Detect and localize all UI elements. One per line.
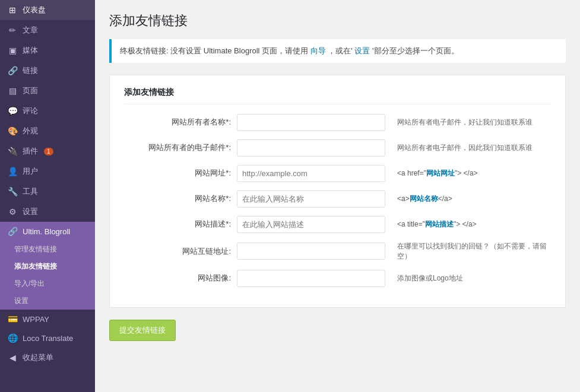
sidebar-subitem-manage[interactable]: 管理友情链接 [0, 241, 95, 258]
sidebar-item-appearance[interactable]: 🎨 外观 [0, 121, 95, 141]
form-row-owner-name: 网站所有者名称*: 网站所有者电子邮件，好让我们知道联系谁 [124, 114, 551, 131]
pages-icon: ▤ [7, 86, 18, 95]
sidebar-item-collapse[interactable]: ◀ 收起菜单 [0, 348, 95, 368]
users-icon: 👤 [7, 167, 18, 176]
tools-icon: 🔧 [7, 187, 18, 196]
page-title: 添加友情链接 [109, 12, 566, 30]
comments-icon: 💬 [7, 106, 18, 116]
loco-icon: 🌐 [7, 333, 18, 343]
input-site-name[interactable] [237, 190, 385, 208]
input-site-desc[interactable] [237, 216, 385, 233]
notice-middle: ，或在' [328, 46, 352, 55]
manage-label: 管理友情链接 [14, 244, 57, 254]
input-site-image[interactable] [237, 270, 385, 287]
hint-reciprocal-url: 在哪里可以找到我们的回链？（如不需要，请留空） [391, 241, 551, 262]
notice-link-settings[interactable]: 设置 [354, 46, 370, 55]
dashboard-icon: ⊞ [7, 5, 18, 15]
input-owner-name[interactable] [237, 114, 385, 131]
sidebar-item-label: 设置 [23, 206, 38, 217]
input-reciprocal-url[interactable] [237, 243, 385, 260]
sidebar-item-label: 用户 [23, 166, 38, 177]
label-site-url: 网站网址*: [124, 168, 231, 179]
sidebar-subitem-settings[interactable]: 设置 [0, 292, 95, 310]
sidebar-subitem-add[interactable]: 添加友情链接 [0, 258, 95, 275]
sidebar-item-wppay[interactable]: 💳 WPPAY [0, 310, 95, 329]
label-site-image: 网站图像: [124, 273, 231, 283]
form-row-site-name: 网站名称*: <a>网站名称</a> [124, 190, 551, 208]
label-site-name: 网站名称*: [124, 193, 231, 204]
label-reciprocal-url: 网站互链地址: [124, 246, 231, 257]
blogroll-icon: 🔗 [7, 227, 18, 236]
hint-owner-email: 网站所有者电子邮件，因此我们知道联系谁 [391, 143, 551, 153]
form-row-site-image: 网站图像: 添加图像或Logo地址 [124, 270, 551, 287]
sidebar-item-label: 插件 [23, 146, 38, 157]
submit-button[interactable]: 提交友情链接 [109, 320, 176, 341]
form-row-site-desc: 网站描述*: <a title="网站描述"> </a> [124, 216, 551, 233]
label-site-desc: 网站描述*: [124, 219, 231, 230]
plugin-group-label: Ultim. Blogroll [23, 227, 70, 236]
form-row-owner-email: 网站所有者的电子邮件*: 网站所有者电子邮件，因此我们知道联系谁 [124, 139, 551, 157]
sidebar-item-label: 媒体 [23, 45, 38, 56]
notice-suffix: '部分至少选择一个页面。 [372, 46, 458, 55]
notice-prefix: 终极友情链接: 没有设置 Ultimate Blogroll 页面，请使用 [120, 46, 308, 55]
sidebar-item-settings[interactable]: ⚙ 设置 [0, 202, 95, 222]
notice-link-wizard[interactable]: 向导 [310, 46, 326, 55]
form-row-site-url: 网站网址*: <a href="网站网址"> </a> [124, 165, 551, 182]
sidebar-item-label: 外观 [23, 126, 38, 136]
sidebar-subitem-import[interactable]: 导入/导出 [0, 275, 95, 292]
sidebar-item-pages[interactable]: ▤ 页面 [0, 81, 95, 101]
settings-sub-label: 设置 [14, 296, 28, 306]
sidebar-item-media[interactable]: ▣ 媒体 [0, 40, 95, 60]
notice-warning: 终极友情链接: 没有设置 Ultimate Blogroll 页面，请使用 向导… [109, 39, 566, 63]
plugins-icon: 🔌 [7, 146, 18, 156]
sidebar-item-label: 页面 [23, 85, 38, 96]
sidebar: ⊞ 仪表盘 ✏ 文章 ▣ 媒体 🔗 链接 ▤ 页面 💬 评论 🎨 外观 🔌 插件… [0, 0, 95, 392]
posts-icon: ✏ [7, 26, 18, 35]
sidebar-item-users[interactable]: 👤 用户 [0, 161, 95, 181]
form-card: 添加友情链接 网站所有者名称*: 网站所有者电子邮件，好让我们知道联系谁 网站所… [109, 75, 566, 308]
sidebar-item-label: 评论 [23, 106, 38, 116]
input-owner-email[interactable] [237, 139, 385, 157]
import-label: 导入/导出 [14, 279, 45, 289]
main-content: 添加友情链接 终极友情链接: 没有设置 Ultimate Blogroll 页面… [95, 0, 580, 392]
plugin-group-blogroll: 🔗 Ultim. Blogroll 管理友情链接 添加友情链接 导入/导出 设置 [0, 222, 95, 310]
media-icon: ▣ [7, 46, 18, 55]
hint-site-image: 添加图像或Logo地址 [391, 273, 551, 283]
sidebar-item-plugin-group-header[interactable]: 🔗 Ultim. Blogroll [0, 222, 95, 241]
sidebar-item-label: 链接 [23, 65, 38, 76]
collapse-icon: ◀ [7, 353, 18, 362]
sidebar-item-dashboard[interactable]: ⊞ 仪表盘 [0, 0, 95, 20]
plugins-badge: 1 [44, 148, 53, 155]
hint-site-name: <a>网站名称</a> [391, 194, 551, 204]
sidebar-item-links[interactable]: 🔗 链接 [0, 60, 95, 81]
wppay-icon: 💳 [7, 314, 18, 324]
sidebar-item-label: 工具 [23, 186, 38, 197]
collapse-label: 收起菜单 [23, 352, 53, 363]
settings-icon: ⚙ [7, 207, 18, 216]
label-owner-name: 网站所有者名称*: [124, 117, 231, 128]
sidebar-item-loco[interactable]: 🌐 Loco Translate [0, 329, 95, 348]
sidebar-item-comments[interactable]: 💬 评论 [0, 101, 95, 121]
hint-site-url: <a href="网站网址"> </a> [391, 168, 551, 179]
sidebar-item-label: 文章 [23, 25, 38, 36]
loco-label: Loco Translate [23, 334, 73, 343]
label-owner-email: 网站所有者的电子邮件*: [124, 142, 231, 153]
sidebar-item-tools[interactable]: 🔧 工具 [0, 181, 95, 202]
wppay-label: WPPAY [23, 315, 49, 324]
form-section-title: 添加友情链接 [124, 87, 551, 104]
add-label: 添加友情链接 [14, 262, 57, 272]
sidebar-item-plugins[interactable]: 🔌 插件 1 [0, 141, 95, 161]
sidebar-item-label: 仪表盘 [23, 5, 46, 15]
appearance-icon: 🎨 [7, 126, 18, 136]
hint-owner-name: 网站所有者电子邮件，好让我们知道联系谁 [391, 117, 551, 128]
form-row-reciprocal-url: 网站互链地址: 在哪里可以找到我们的回链？（如不需要，请留空） [124, 241, 551, 262]
links-icon: 🔗 [7, 66, 18, 75]
input-site-url[interactable] [237, 165, 385, 182]
sidebar-item-posts[interactable]: ✏ 文章 [0, 20, 95, 40]
hint-site-desc: <a title="网站描述"> </a> [391, 219, 551, 230]
